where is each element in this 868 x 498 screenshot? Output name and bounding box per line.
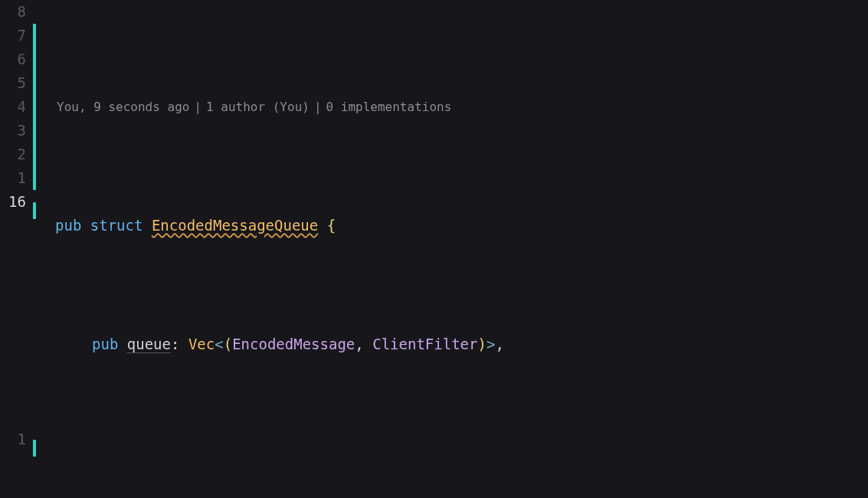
struct-name: EncodedMessageQueue [152,214,318,238]
line-number: 5 [0,71,32,95]
code-line[interactable]: pub queue : Vec < ( EncodedMessage , Cli… [55,333,868,356]
codelens-separator: | [189,95,206,119]
line-number [0,285,32,309]
field-queue: queue [127,333,171,356]
angle-open: < [215,333,223,356]
codelens-separator: | [310,95,326,119]
codelens-row[interactable]: You, 9 seconds ago | 1 author (You) | 0 … [55,95,868,119]
paren-open: ( [224,333,232,356]
line-number: 6 [0,48,32,71]
type-vec: Vec [188,333,215,356]
change-bar [33,24,36,190]
codelens-author-time[interactable]: You, 9 seconds ago [57,95,189,119]
line-number: 8 [0,0,32,24]
line-number: 1 [0,428,32,451]
line-number-gutter: 8 7 6 5 4 3 2 1 16 1 [0,0,32,498]
line-number-current: 16 [0,190,32,214]
code-line-empty[interactable] [55,428,868,451]
line-number: 4 [0,95,32,119]
keyword-struct: struct [90,214,143,238]
line-number [0,451,32,475]
line-number [0,214,32,238]
line-number: 2 [0,143,32,166]
line-number: 3 [0,119,32,143]
codelens-authors[interactable]: 1 author (You) [206,95,310,119]
line-number: 1 [0,166,32,190]
type-encodedmessage: EncodedMessage [232,333,355,356]
line-number [0,309,32,333]
line-number: 7 [0,24,32,48]
comma: , [355,333,363,356]
line-number [0,261,32,285]
code-content[interactable]: You, 9 seconds ago | 1 author (You) | 0 … [37,0,868,498]
keyword-pub: pub [92,333,118,356]
codelens-implementations[interactable]: 0 implementations [326,95,452,119]
change-bar [33,440,36,457]
change-bar [33,202,36,219]
colon: : [171,333,179,356]
brace-open: { [327,214,336,238]
type-clientfilter: ClientFilter [372,333,477,356]
comma: , [495,333,503,356]
code-line[interactable]: pub struct EncodedMessageQueue { [55,214,868,238]
line-number [0,404,32,428]
line-number [0,356,32,380]
line-number [0,238,32,261]
paren-close: ) [477,333,486,356]
line-number [0,380,32,404]
code-editor[interactable]: 8 7 6 5 4 3 2 1 16 1 You, 9 seconds ago … [0,0,868,498]
line-number [0,333,32,356]
angle-close: > [486,333,495,356]
keyword-pub: pub [55,214,81,238]
